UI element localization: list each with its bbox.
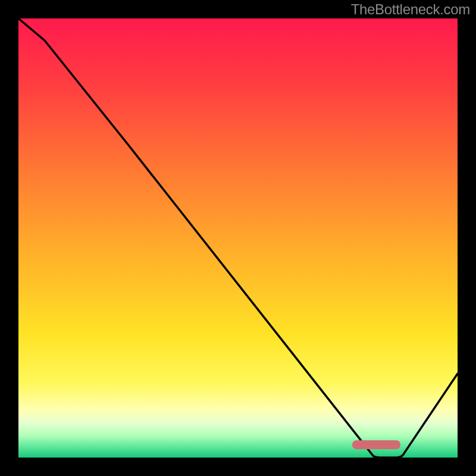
optimal-range-marker [352,440,400,449]
chart-plot-area [18,18,458,458]
watermark-text: TheBottleneck.com [351,1,470,18]
bottleneck-curve [18,18,458,458]
